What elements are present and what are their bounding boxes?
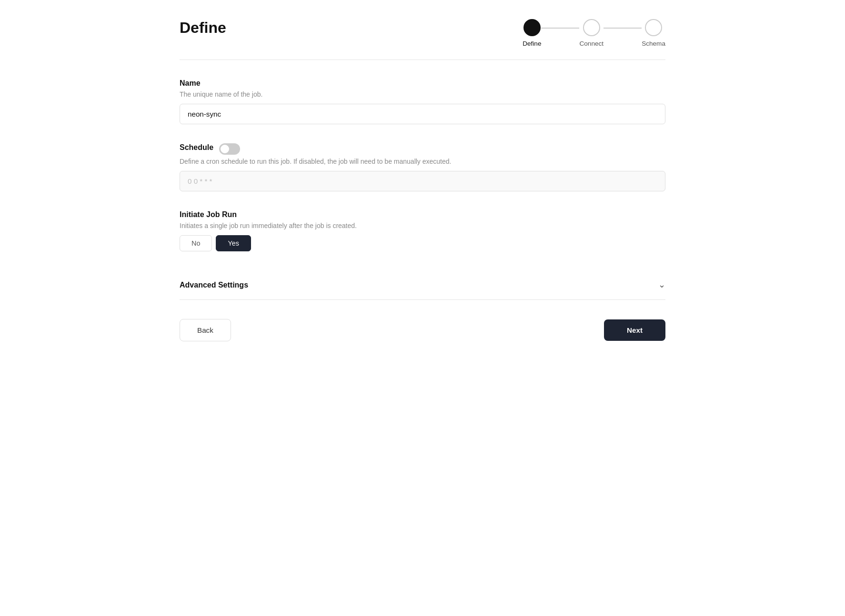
schedule-cron-input[interactable] [180,171,665,191]
name-label: Name [180,79,665,88]
initiate-yes-button[interactable]: Yes [216,235,251,251]
stepper-circle-connect [583,19,600,36]
stepper-line-2 [604,28,642,29]
stepper-label-define: Define [523,40,541,47]
chevron-down-icon: ⌄ [658,280,665,290]
stepper-circle-schema [645,19,662,36]
schedule-header: Schedule [180,143,665,155]
advanced-settings-label: Advanced Settings [180,281,248,289]
stepper-step-schema: Schema [642,19,665,47]
initiate-job-run-label: Initiate Job Run [180,210,665,219]
stepper-line-1 [541,28,579,29]
initiate-job-run-description: Initiates a single job run immediately a… [180,222,665,229]
header-divider [180,60,665,60]
name-input[interactable] [180,104,665,124]
name-section: Name The unique name of the job. [180,79,665,124]
initiate-job-run-section: Initiate Job Run Initiates a single job … [180,210,665,251]
toggle-thumb [221,145,229,153]
toggle-track [219,143,240,155]
next-button[interactable]: Next [604,319,665,341]
stepper-circle-define [523,19,541,36]
schedule-section: Schedule Define a cron schedule to run t… [180,143,665,191]
advanced-settings-section[interactable]: Advanced Settings ⌄ [180,270,665,299]
advanced-settings-divider [180,299,665,300]
schedule-label: Schedule [180,143,213,152]
schedule-description: Define a cron schedule to run this job. … [180,158,665,165]
name-description: The unique name of the job. [180,90,665,98]
footer-actions: Back Next [180,319,665,341]
stepper-step-connect: Connect [579,19,604,47]
back-button[interactable]: Back [180,319,231,341]
stepper-step-define: Define [523,19,541,47]
initiate-no-button[interactable]: No [180,235,212,251]
schedule-toggle[interactable] [219,143,240,155]
stepper: Define Connect Schema [523,19,665,47]
stepper-label-schema: Schema [642,40,665,47]
page-title: Define [180,19,226,37]
initiate-job-run-button-group: No Yes [180,235,665,251]
stepper-label-connect: Connect [579,40,604,47]
